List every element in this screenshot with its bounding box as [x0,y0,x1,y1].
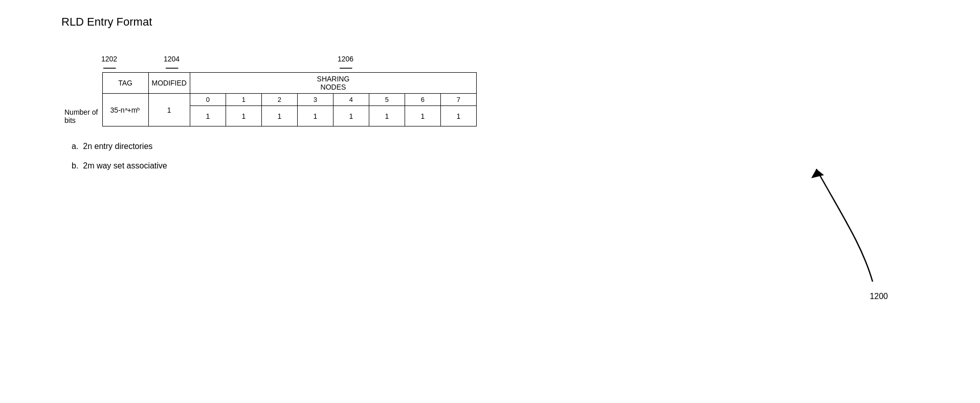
tag-value: 35-nᵃ+mᵇ [102,94,148,126]
footnote-a: a. 2n entry directories [72,142,949,151]
node-val-7: 1 [440,106,476,126]
row-label: Number of bits [61,106,102,126]
node-num-1: 1 [226,94,261,106]
node-val-2: 1 [261,106,297,126]
table-wrapper: TAG MODIFIED SHARINGNODES 35-nᵃ+mᵇ 1 0 1… [61,72,949,126]
node-num-5: 5 [369,94,405,106]
node-val-4: 1 [333,106,369,126]
sharing-nodes-header: SHARINGNODES [190,73,476,94]
node-val-5: 1 [369,106,405,126]
node-val-6: 1 [405,106,440,126]
node-val-3: 1 [297,106,333,126]
modified-value: 1 [148,94,190,126]
arrow-svg [801,154,903,297]
page-title: RLD Entry Format [61,15,949,29]
ref-1204-bracket: ⸻ [165,64,179,72]
node-val-0: 1 [190,106,226,126]
ref-1202-bracket: ⸻ [102,64,116,72]
node-num-6: 6 [405,94,440,106]
tag-header: TAG [102,73,148,94]
footnote-a-text: a. 2n entry directories [72,142,152,151]
node-num-4: 4 [333,94,369,106]
node-num-0: 0 [190,94,226,106]
modified-header: MODIFIED [148,73,190,94]
page-container: RLD Entry Format 1202 ⸻ 1204 ⸻ 1206 ⸻ TA… [0,0,980,196]
svg-marker-0 [811,169,824,178]
footnote-b-text: b. 2m way set associative [72,161,167,170]
rld-table: TAG MODIFIED SHARINGNODES 35-nᵃ+mᵇ 1 0 1… [61,72,477,126]
arrow-area [801,154,903,299]
ref-1206-bracket: ⸻ [339,64,352,72]
node-num-3: 3 [297,94,333,106]
ref-1200-label: 1200 [870,292,888,301]
node-num-2: 2 [261,94,297,106]
node-val-1: 1 [226,106,261,126]
node-num-7: 7 [440,94,476,106]
